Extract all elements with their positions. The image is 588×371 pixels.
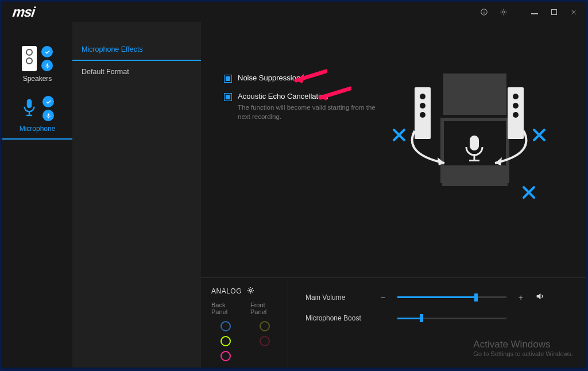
svg-rect-13 — [443, 74, 506, 115]
analog-panel: ANALOG Back Panel Front P — [201, 278, 288, 368]
mic-badge-icon — [41, 60, 53, 71]
echo-cancellation-sub: The function will become valid starting … — [238, 103, 387, 121]
svg-point-20 — [420, 112, 425, 118]
speaker-volume-icon[interactable] — [535, 292, 544, 303]
activate-windows-watermark: Activate Windows Go to Settings to activ… — [473, 339, 573, 357]
svg-rect-26 — [469, 160, 479, 161]
close-button[interactable] — [565, 3, 582, 21]
svg-rect-15 — [442, 165, 508, 186]
noise-suppression-checkbox[interactable] — [224, 75, 232, 83]
analog-settings-button[interactable] — [246, 286, 255, 296]
nav-default-format[interactable]: Default Format — [72, 61, 201, 83]
echo-cancellation-label: Acoustic Echo Cancellation — [238, 92, 387, 101]
device-sidebar: Speakers Microphone — [2, 22, 72, 368]
svg-rect-24 — [470, 136, 479, 150]
jack-back-lime[interactable] — [220, 336, 231, 346]
main-volume-label: Main Volume — [305, 293, 369, 302]
analog-title: ANALOG — [211, 287, 242, 295]
gear-icon — [500, 8, 508, 16]
minimize-button[interactable] — [526, 3, 543, 21]
maximize-icon — [551, 9, 557, 15]
check-badge-icon — [42, 96, 54, 107]
device-speakers-label: Speakers — [23, 75, 52, 83]
svg-rect-14 — [442, 119, 508, 181]
svg-point-23 — [513, 112, 519, 118]
device-microphone-label: Microphone — [20, 125, 56, 133]
mic-badge-icon — [42, 110, 54, 121]
close-icon — [570, 8, 578, 16]
info-button[interactable] — [475, 3, 493, 21]
maximize-button[interactable] — [546, 3, 563, 21]
device-speakers[interactable]: Speakers — [2, 39, 72, 89]
svg-point-2 — [484, 10, 485, 11]
info-icon — [480, 8, 488, 16]
microphone-icon — [21, 98, 38, 119]
settings-nav: Microphone Effects Default Format — [72, 22, 201, 368]
svg-rect-8 — [27, 99, 32, 108]
svg-rect-17 — [508, 87, 524, 139]
main-volume-decrease[interactable]: − — [379, 293, 387, 302]
check-badge-icon — [41, 46, 53, 57]
svg-rect-11 — [48, 113, 49, 116]
echo-cancellation-checkbox[interactable] — [224, 93, 232, 101]
svg-rect-25 — [474, 154, 475, 160]
mic-boost-label: Microphone Boost — [305, 314, 369, 322]
svg-rect-6 — [47, 63, 48, 66]
front-panel-label: Front Panel — [250, 302, 280, 315]
svg-rect-16 — [415, 87, 431, 139]
app-window: msi — [2, 2, 586, 368]
echo-diagram — [380, 74, 558, 240]
brand-logo: msi — [11, 4, 36, 20]
minimize-icon — [531, 13, 538, 14]
bottom-panel: ANALOG Back Panel Front P — [201, 277, 586, 368]
jack-back-pink[interactable] — [220, 351, 231, 361]
title-bar: msi — [2, 2, 586, 22]
svg-point-27 — [250, 289, 252, 292]
mic-boost-slider[interactable] — [397, 314, 506, 322]
jack-front-olive[interactable] — [260, 321, 270, 331]
back-panel-label: Back Panel — [211, 302, 240, 315]
svg-point-3 — [502, 11, 505, 13]
svg-point-22 — [513, 103, 519, 109]
noise-suppression-label: Noise Suppression — [238, 74, 300, 82]
volume-panel: Main Volume − + Microphone Boo — [288, 278, 586, 368]
main-volume-increase[interactable]: + — [517, 293, 525, 302]
svg-point-18 — [420, 94, 425, 99]
svg-point-19 — [420, 103, 425, 109]
content-area: Noise Suppression Acoustic Echo Cancella… — [201, 22, 586, 368]
jack-back-blue[interactable] — [220, 321, 231, 331]
jack-front-maroon[interactable] — [260, 336, 270, 346]
gear-icon — [246, 286, 255, 295]
device-microphone[interactable]: Microphone — [2, 89, 72, 140]
svg-point-21 — [513, 94, 519, 99]
settings-button[interactable] — [495, 3, 512, 21]
main-volume-slider[interactable] — [397, 293, 506, 302]
speaker-icon — [22, 46, 37, 71]
nav-microphone-effects[interactable]: Microphone Effects — [72, 39, 201, 61]
